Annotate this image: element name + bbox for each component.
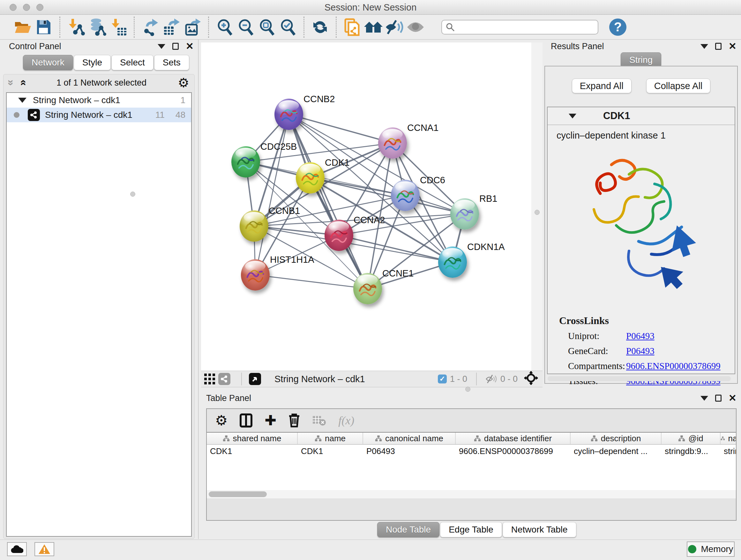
table-cell[interactable]: stringdb xyxy=(721,445,736,457)
tab-sets[interactable]: Sets xyxy=(154,55,189,70)
left-splitter-handle[interactable] xyxy=(130,192,135,197)
network-options-gear-icon[interactable]: ⚙ xyxy=(178,76,189,89)
search-box[interactable] xyxy=(441,20,598,35)
table-hscrollbar[interactable] xyxy=(207,490,736,498)
collapse-all-button[interactable]: Collapse All xyxy=(646,78,711,93)
navigate-crosshair-icon[interactable] xyxy=(524,371,538,387)
node-CDK1[interactable] xyxy=(296,162,325,193)
table-close-icon[interactable]: ✕ xyxy=(729,393,737,403)
protein-collapse-icon[interactable] xyxy=(569,114,576,118)
column-header-database-identifier[interactable]: database identifier xyxy=(456,433,570,444)
tab-string[interactable]: String xyxy=(621,52,661,68)
zoom-fit-icon[interactable] xyxy=(256,17,277,38)
tab-style[interactable]: Style xyxy=(74,55,111,70)
search-input[interactable] xyxy=(457,22,591,32)
column-header-namespace[interactable]: namespace xyxy=(721,433,736,444)
zoom-in-icon[interactable] xyxy=(214,17,235,38)
results-float-icon[interactable] xyxy=(715,43,722,50)
node-CCNB2[interactable] xyxy=(274,99,303,130)
selected-nodes-checkbox[interactable]: ✓ xyxy=(438,374,447,383)
expand-all-networks-icon[interactable]: » xyxy=(6,80,17,86)
edge-HIST1H1A-CCNE1[interactable] xyxy=(255,275,367,289)
export-image-icon[interactable] xyxy=(182,17,203,38)
export-table-icon[interactable] xyxy=(161,17,182,38)
crosslink-link[interactable]: P06493 xyxy=(626,346,655,356)
crosslink-link[interactable]: 9606.ENSP00000378699 xyxy=(626,361,721,371)
hide-selected-icon[interactable] xyxy=(384,17,405,38)
node-table[interactable]: shared namenamecanonical namedatabase id… xyxy=(207,432,736,498)
cloud-status-button[interactable] xyxy=(7,542,27,556)
window-title: Session: New Session xyxy=(0,2,741,13)
horizontal-splitter[interactable] xyxy=(199,387,741,392)
network-tree: String Network – cdk1 1 String Network –… xyxy=(6,92,192,537)
node-CCNB1[interactable] xyxy=(240,210,268,242)
expand-all-button[interactable]: Expand All xyxy=(572,78,631,93)
help-button[interactable]: ? xyxy=(609,18,626,36)
home-icon[interactable] xyxy=(363,17,384,38)
network-collection-row[interactable]: String Network – cdk1 1 xyxy=(7,93,191,108)
export-network-icon[interactable] xyxy=(140,17,161,38)
zoom-out-icon[interactable] xyxy=(235,17,256,38)
panel-close-icon[interactable]: ✕ xyxy=(186,42,194,51)
column-header-name[interactable]: name xyxy=(298,433,363,444)
panel-float-icon[interactable] xyxy=(172,43,179,50)
edge-CCNB2-HIST1H1A[interactable] xyxy=(255,114,289,275)
tab-edge-table[interactable]: Edge Table xyxy=(440,522,502,537)
node-CDC25B[interactable] xyxy=(231,146,260,178)
node-CCNA1[interactable] xyxy=(378,127,407,159)
node-CCNE1[interactable] xyxy=(353,273,382,304)
column-header-canonical-name[interactable]: canonical name xyxy=(363,433,456,444)
network-canvas[interactable]: CCNB2CCNA1CDC25BCDK1CDC6RB1CCNB1CCNA2CDK… xyxy=(201,43,531,371)
results-close-icon[interactable]: ✕ xyxy=(729,42,737,51)
table-float-icon[interactable] xyxy=(715,395,722,401)
table-cell[interactable]: P06493 xyxy=(363,445,456,457)
collapse-all-networks-icon[interactable]: » xyxy=(17,80,27,86)
import-table-file-icon[interactable] xyxy=(108,17,129,38)
table-row[interactable]: CDK1CDK1P064939606.ENSP00000378699cyclin… xyxy=(207,445,736,457)
birdseye-view-icon[interactable] xyxy=(249,373,261,385)
column-header-description[interactable]: description xyxy=(570,433,662,444)
open-session-icon[interactable] xyxy=(12,17,33,38)
selected-nodes-indicator: 1 - 0 xyxy=(450,374,467,384)
table-add-icon[interactable]: ✚ xyxy=(265,414,276,428)
view-grid-icon[interactable] xyxy=(201,372,218,386)
node-CDKN1A[interactable] xyxy=(438,246,467,278)
tab-select[interactable]: Select xyxy=(111,55,153,70)
tab-network-table[interactable]: Network Table xyxy=(502,522,576,537)
node-HIST1H1A[interactable] xyxy=(241,259,270,291)
column-header--id[interactable]: @id xyxy=(662,433,721,444)
crosslink-link[interactable]: P06493 xyxy=(626,331,655,341)
tab-network[interactable]: Network xyxy=(23,55,73,70)
import-network-database-icon[interactable] xyxy=(86,17,108,38)
network-row[interactable]: String Network – cdk1 11 48 xyxy=(7,108,191,122)
refresh-view-icon[interactable] xyxy=(310,17,331,38)
copy-network-share-icon[interactable] xyxy=(342,17,363,38)
table-cell[interactable]: CDK1 xyxy=(207,445,298,457)
results-menu-icon[interactable] xyxy=(700,44,708,49)
results-scrollbar[interactable] xyxy=(548,376,731,381)
table-cell[interactable]: cyclin–dependent ... xyxy=(570,445,662,457)
table-cell[interactable]: 9606.ENSP00000378699 xyxy=(456,445,570,457)
table-cell[interactable]: CDK1 xyxy=(298,445,363,457)
table-cell[interactable]: stringdb:9... xyxy=(662,445,721,457)
table-columns-icon[interactable] xyxy=(240,414,253,428)
table-menu-icon[interactable] xyxy=(700,396,708,401)
node-RB1[interactable] xyxy=(450,198,479,230)
view-share-icon[interactable] xyxy=(218,373,230,385)
collection-expand-icon[interactable] xyxy=(18,98,26,103)
memory-button[interactable]: Memory xyxy=(687,542,735,557)
show-all-icon[interactable] xyxy=(405,17,426,38)
table-settings-gear-icon[interactable]: ⚙ xyxy=(215,414,227,428)
node-CDC6[interactable] xyxy=(391,180,420,211)
node-CCNA2[interactable] xyxy=(325,220,353,251)
import-network-file-icon[interactable] xyxy=(65,17,86,38)
zoom-selected-icon[interactable] xyxy=(277,17,298,38)
warnings-button[interactable] xyxy=(35,542,54,556)
save-session-icon[interactable] xyxy=(33,17,54,38)
edge-CCNA2-CDKN1A[interactable] xyxy=(339,235,453,262)
panel-menu-icon[interactable] xyxy=(158,44,165,49)
table-delete-row-icon[interactable] xyxy=(288,414,300,428)
tab-node-table[interactable]: Node Table xyxy=(377,522,440,537)
column-header-shared-name[interactable]: shared name xyxy=(207,433,298,444)
vertical-splitter[interactable] xyxy=(531,43,542,371)
